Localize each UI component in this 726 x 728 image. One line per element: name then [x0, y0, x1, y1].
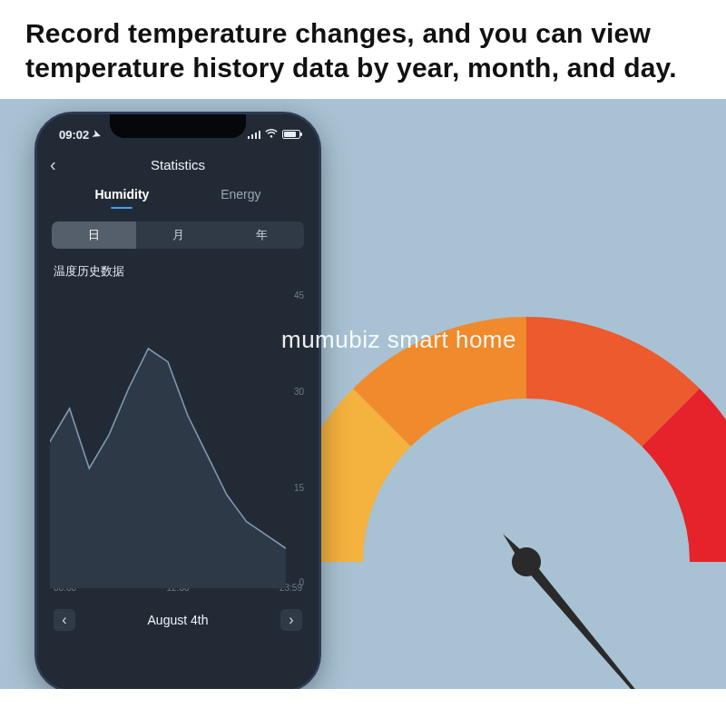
current-date-label: August 4th [148, 613, 209, 627]
app-screen: 09:02 ➤ ‹ Statistics Humidity Energy [37, 114, 319, 689]
watermark-text: mumubiz smart home [281, 326, 516, 354]
promo-caption: Record temperature changes, and you can … [0, 0, 726, 99]
top-tabs: Humidity Energy [37, 180, 319, 209]
period-segmented-control: 日 月 年 [52, 221, 304, 249]
line-chart: 45 30 15 0 [50, 289, 306, 588]
location-icon: ➤ [91, 127, 103, 141]
segment-year[interactable]: 年 [220, 221, 304, 249]
wifi-icon [265, 128, 278, 141]
back-icon[interactable]: ‹ [50, 154, 56, 175]
ytick: 30 [294, 387, 304, 397]
segment-day[interactable]: 日 [52, 221, 136, 249]
tab-energy[interactable]: Energy [221, 187, 260, 209]
tab-humidity[interactable]: Humidity [94, 187, 149, 209]
svg-point-1 [512, 547, 541, 576]
promo-area: mumubiz smart home 09:02 ➤ ‹ Stati [0, 99, 726, 689]
history-title: 温度历史数据 [37, 249, 319, 283]
segment-month[interactable]: 月 [136, 221, 221, 249]
date-navigator: ‹ August 4th › [37, 593, 319, 631]
signal-icon [248, 130, 261, 139]
page-title: Statistics [151, 157, 205, 172]
phone-mockup: 09:02 ➤ ‹ Statistics Humidity Energy [34, 112, 321, 689]
ytick: 15 [294, 483, 304, 493]
battery-icon [282, 130, 300, 139]
ytick: 0 [299, 577, 304, 587]
phone-notch [110, 114, 246, 138]
status-time: 09:02 [59, 128, 89, 142]
ytick: 45 [294, 290, 304, 300]
next-date-button[interactable]: › [280, 609, 302, 631]
prev-date-button[interactable]: ‹ [54, 609, 75, 631]
nav-bar: ‹ Statistics [37, 149, 319, 180]
